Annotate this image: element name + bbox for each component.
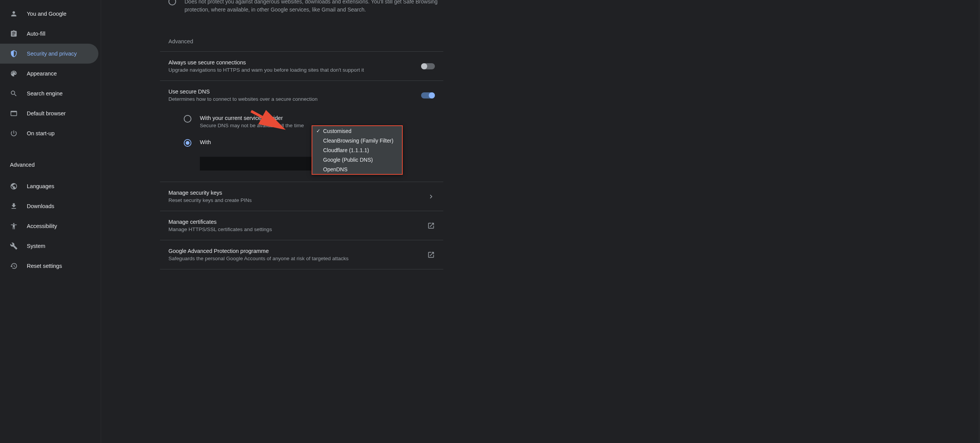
setting-title: Always use secure connections (168, 59, 421, 66)
shield-icon (10, 50, 18, 57)
toggle-secure-dns[interactable] (421, 92, 435, 98)
sidebar-item-label: Languages (27, 183, 54, 189)
sidebar-item-startup[interactable]: On start-up (0, 123, 101, 143)
dropdown-item-cleanbrowsing[interactable]: CleanBrowsing (Family Filter) (312, 136, 402, 145)
sidebar-item-label: Reset settings (27, 263, 62, 269)
dropdown-item-cloudflare[interactable]: Cloudflare (1.1.1.1) (312, 145, 402, 155)
sidebar-item-reset[interactable]: Reset settings (0, 256, 101, 276)
section-header-advanced: Advanced (160, 19, 443, 51)
sidebar-item-label: Security and privacy (27, 51, 77, 57)
palette-icon (10, 70, 18, 77)
setting-desc: Determines how to connect to websites ov… (168, 96, 421, 102)
dns-provider-dropdown[interactable]: ✓ Customised CleanBrowsing (Family Filte… (312, 125, 403, 175)
dropdown-item-label: OpenDNS (323, 166, 348, 172)
sidebar-section-advanced[interactable]: Advanced (0, 155, 101, 175)
setting-desc: Upgrade navigations to HTTPS and warn yo… (168, 67, 421, 73)
globe-icon (10, 182, 18, 190)
external-link-icon (427, 251, 435, 259)
sidebar-item-auto-fill[interactable]: Auto-fill (0, 24, 101, 44)
dropdown-item-label: Customised (323, 128, 351, 134)
dropdown-item-customised[interactable]: ✓ Customised (312, 126, 402, 136)
setting-title: Manage certificates (168, 219, 427, 225)
setting-title: Manage security keys (168, 190, 427, 196)
sidebar-item-label: Default browser (27, 110, 66, 116)
dropdown-item-label: CleanBrowsing (Family Filter) (323, 138, 394, 144)
sidebar-item-downloads[interactable]: Downloads (0, 196, 101, 216)
dropdown-item-opendns[interactable]: OpenDNS (312, 164, 402, 174)
sidebar-item-label: Accessibility (27, 223, 57, 229)
sidebar-item-label: You and Google (27, 11, 66, 17)
setting-secure-connections: Always use secure connections Upgrade na… (160, 51, 443, 81)
sidebar-item-label: System (27, 243, 45, 249)
sidebar-item-security[interactable]: Security and privacy (0, 44, 98, 64)
sidebar-item-search-engine[interactable]: Search engine (0, 84, 101, 103)
sidebar-section-label: Advanced (10, 162, 35, 168)
clipboard-icon (10, 30, 18, 38)
sidebar-item-label: Appearance (27, 71, 57, 77)
setting-title: Use secure DNS (168, 89, 421, 95)
option-description: Does not protect you against dangerous w… (185, 0, 443, 14)
dns-option-label: With your current service provider (200, 115, 304, 121)
sidebar: You and Google Auto-fill Security and pr… (0, 0, 101, 443)
setting-desc: Manage HTTPS/SSL certificates and settin… (168, 226, 427, 232)
history-icon (10, 262, 18, 270)
dns-option-label: With (200, 139, 211, 145)
setting-desc: Safeguards the personal Google Accounts … (168, 256, 427, 261)
radio-icon (184, 115, 191, 123)
main-content: Does not protect you against dangerous w… (101, 0, 980, 443)
setting-advanced-protection[interactable]: Google Advanced Protection programme Saf… (160, 240, 443, 269)
setting-title: Google Advanced Protection programme (168, 248, 427, 254)
search-icon (10, 90, 18, 97)
person-icon (10, 10, 18, 18)
sidebar-item-you-and-google[interactable]: You and Google (0, 4, 101, 24)
setting-security-keys[interactable]: Manage security keys Reset security keys… (160, 182, 443, 211)
sidebar-item-appearance[interactable]: Appearance (0, 64, 101, 84)
scrollbar[interactable] (978, 0, 980, 443)
toggle-secure-connections[interactable] (421, 63, 435, 69)
no-protection-option[interactable]: Does not protect you against dangerous w… (160, 0, 443, 19)
dropdown-item-label: Cloudflare (1.1.1.1) (323, 147, 369, 153)
sidebar-item-accessibility[interactable]: Accessibility (0, 216, 101, 236)
sidebar-item-label: Downloads (27, 203, 54, 209)
browser-icon (10, 110, 18, 117)
sidebar-item-label: Search engine (27, 90, 63, 97)
sidebar-item-default-browser[interactable]: Default browser (0, 103, 101, 123)
setting-certificates[interactable]: Manage certificates Manage HTTPS/SSL cer… (160, 211, 443, 240)
setting-desc: Reset security keys and create PINs (168, 197, 427, 203)
sidebar-item-label: Auto-fill (27, 31, 45, 37)
accessibility-icon (10, 222, 18, 230)
dropdown-item-label: Google (Public DNS) (323, 157, 373, 163)
download-icon (10, 202, 18, 210)
sidebar-item-languages[interactable]: Languages (0, 176, 101, 196)
power-icon (10, 130, 18, 137)
radio-icon (168, 0, 176, 5)
setting-secure-dns: Use secure DNS Determines how to connect… (160, 81, 443, 110)
sidebar-item-system[interactable]: System (0, 236, 101, 256)
sidebar-item-label: On start-up (27, 130, 55, 136)
check-icon: ✓ (316, 128, 323, 134)
chevron-right-icon (427, 193, 435, 200)
wrench-icon (10, 242, 18, 250)
external-link-icon (427, 222, 435, 230)
dns-option-desc: Secure DNS may not be available all the … (200, 123, 304, 128)
radio-selected-icon (184, 139, 191, 147)
dropdown-item-google[interactable]: Google (Public DNS) (312, 155, 402, 164)
